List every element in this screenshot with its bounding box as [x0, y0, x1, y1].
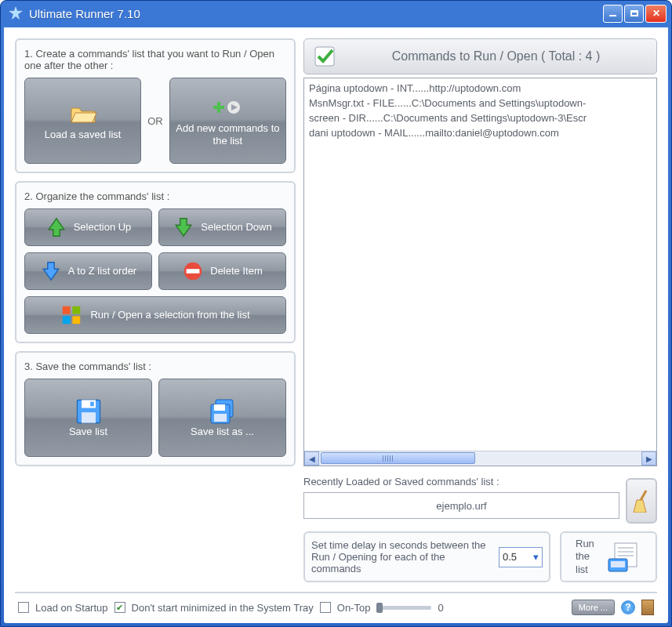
or-label: OR	[147, 115, 163, 127]
opacity-slider[interactable]	[376, 606, 431, 610]
delay-text: Set time delay in seconds between the Ru…	[311, 539, 491, 574]
client-area: 1. Create a commands' list that you want…	[4, 27, 668, 623]
arrow-up-icon	[45, 216, 67, 238]
delay-group: Set time delay in seconds between the Ru…	[303, 531, 550, 582]
run-list-icon	[607, 542, 641, 573]
plus-play-icon	[213, 94, 242, 122]
run-list-button[interactable]: Run the list	[560, 531, 657, 582]
recent-file-field[interactable]: ejemplo.urf	[303, 492, 619, 519]
command-item[interactable]: screen - DIR......C:\Documents and Setti…	[309, 111, 652, 126]
button-label: Save list	[69, 426, 107, 438]
delay-select[interactable]: 0.5 ▾	[499, 547, 543, 567]
step3-group: 3. Save the commands' list : Save list S…	[15, 351, 296, 466]
chevron-down-icon: ▾	[533, 551, 539, 563]
arrow-down-icon	[173, 216, 194, 238]
close-button[interactable]	[645, 5, 667, 23]
svg-rect-20	[214, 404, 225, 411]
folder-open-icon	[69, 100, 97, 129]
arrow-down-blue-icon	[40, 260, 62, 282]
command-item[interactable]: MsnMsgr.txt - FILE......C:\Documents and…	[309, 96, 652, 111]
floppy-disks-icon	[209, 397, 237, 426]
button-label: Run / Open a selection from the list	[90, 309, 249, 321]
more-button[interactable]: More ...	[572, 600, 615, 615]
svg-marker-24	[634, 500, 646, 513]
svg-rect-9	[187, 269, 200, 274]
button-label: Save list as ...	[191, 426, 254, 438]
on-top-checkbox[interactable]	[320, 602, 331, 613]
svg-rect-21	[214, 414, 227, 422]
step2-group: 2. Organize the commands' list : Selecti…	[15, 181, 296, 343]
scroll-right-arrow[interactable]: ▶	[641, 451, 656, 466]
load-on-startup-label: Load on Startup	[35, 602, 108, 614]
svg-marker-7	[43, 263, 59, 280]
svg-marker-5	[49, 219, 64, 236]
exit-icon[interactable]	[641, 600, 654, 615]
selection-down-button[interactable]: Selection Down	[158, 208, 286, 246]
no-minimize-tray-label: Don't start minimized in the System Tray	[132, 602, 314, 614]
checklist-icon	[312, 44, 337, 69]
titlebar[interactable]: Ultimate Runner 7.10	[1, 1, 671, 26]
delay-value: 0.5	[503, 551, 517, 563]
step2-title: 2. Organize the commands' list :	[24, 190, 286, 202]
load-on-startup-checkbox[interactable]	[18, 602, 29, 613]
button-label: Load a saved list	[45, 129, 122, 141]
scroll-left-arrow[interactable]: ◀	[304, 451, 319, 466]
button-label: Run the list	[576, 538, 602, 576]
svg-rect-30	[611, 561, 625, 567]
command-item[interactable]: dani uptodown - MAIL......mailto:daniel@…	[309, 126, 652, 141]
command-item[interactable]: Página uptodown - INT......http://uptodo…	[309, 82, 652, 96]
svg-rect-11	[73, 306, 81, 314]
svg-rect-13	[73, 316, 81, 324]
load-saved-list-button[interactable]: Load a saved list	[24, 78, 141, 164]
svg-rect-17	[90, 402, 94, 407]
minimize-button[interactable]	[603, 5, 623, 23]
button-label: Add new commands to the list	[175, 122, 281, 148]
commands-header: Commands to Run / Open ( Total : 4 )	[303, 38, 657, 74]
button-label: Delete Item	[210, 265, 262, 277]
scroll-track[interactable]	[319, 451, 641, 466]
run-selection-button[interactable]: Run / Open a selection from the list	[24, 296, 286, 334]
recent-label: Recently Loaded or Saved commands' list …	[303, 476, 657, 487]
help-icon[interactable]: ?	[621, 600, 635, 614]
no-entry-icon	[182, 260, 204, 282]
step3-title: 3. Save the commands' list :	[24, 361, 286, 372]
svg-rect-12	[63, 316, 71, 324]
button-label: Selection Down	[201, 221, 271, 234]
button-label: Selection Up	[74, 221, 132, 234]
svg-marker-0	[9, 7, 22, 19]
window-title: Ultimate Runner 7.10	[29, 7, 603, 20]
commands-list[interactable]: Página uptodown - INT......http://uptodo…	[303, 78, 657, 466]
svg-rect-10	[63, 306, 71, 314]
svg-rect-2	[213, 106, 224, 109]
commands-header-text: Commands to Run / Open ( Total : 4 )	[343, 49, 648, 63]
delete-item-button[interactable]: Delete Item	[158, 252, 286, 290]
selection-up-button[interactable]: Selection Up	[24, 208, 152, 246]
save-list-as-button[interactable]: Save list as ...	[158, 379, 286, 457]
on-top-label: On-Top	[337, 602, 371, 614]
save-list-button[interactable]: Save list	[24, 379, 152, 457]
svg-rect-16	[82, 412, 96, 423]
svg-marker-6	[176, 219, 192, 236]
scroll-thumb[interactable]	[321, 452, 475, 464]
windows-flag-icon	[60, 304, 82, 326]
maximize-button[interactable]	[624, 5, 644, 23]
step1-title: 1. Create a commands' list that you want…	[24, 48, 286, 71]
app-icon	[9, 6, 23, 20]
add-new-commands-button[interactable]: Add new commands to the list	[169, 78, 286, 164]
horizontal-scrollbar[interactable]: ◀ ▶	[304, 451, 656, 466]
footer-bar: Load on Startup Don't start minimized in…	[15, 592, 657, 623]
broom-icon	[632, 489, 651, 513]
no-minimize-tray-checkbox[interactable]	[114, 602, 125, 613]
app-window: Ultimate Runner 7.10 1. Create a command…	[0, 0, 672, 627]
sort-a-to-z-button[interactable]: A to Z list order	[24, 252, 152, 290]
clear-recent-button[interactable]	[626, 478, 657, 524]
opacity-value: 0	[438, 602, 443, 614]
floppy-disk-icon	[74, 397, 103, 426]
button-label: A to Z list order	[68, 265, 136, 277]
step1-group: 1. Create a commands' list that you want…	[15, 38, 296, 173]
